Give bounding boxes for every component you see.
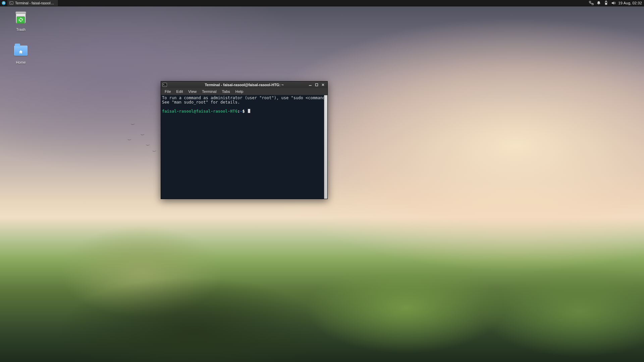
trash-icon <box>14 13 28 26</box>
terminal-scrollbar[interactable] <box>324 95 327 199</box>
decoration-bird: ︶ <box>127 138 132 142</box>
svg-rect-9 <box>163 83 167 87</box>
menu-tabs[interactable]: Tabs <box>219 88 233 95</box>
applications-menu-button[interactable] <box>0 0 7 6</box>
window-minimize-button[interactable] <box>307 82 313 87</box>
terminal-viewport[interactable]: To run a command as administrator (user … <box>161 95 324 199</box>
desktop-wallpaper[interactable]: ︶ ︶ ︶ ︶ ︶ Terminal - faisal-rasool@fais.… <box>0 0 488 274</box>
terminal-window[interactable]: Terminal - faisal-rasool@faisal-rasool-H… <box>161 81 328 199</box>
menu-help[interactable]: Help <box>233 88 246 95</box>
menu-file[interactable]: File <box>162 88 174 95</box>
terminal-cursor <box>248 109 250 113</box>
decoration-bird: ︶ <box>130 122 135 127</box>
decoration-bird: ︶ <box>146 143 150 148</box>
menu-edit[interactable]: Edit <box>174 88 186 95</box>
window-title: Terminal - faisal-rasool@faisal-rasool-H… <box>183 83 305 87</box>
desktop-icon-home[interactable]: Home <box>8 44 34 64</box>
terminal-icon <box>9 1 13 5</box>
window-menubar: File Edit View Terminal Tabs Help <box>161 88 327 95</box>
svg-point-2 <box>4 2 5 3</box>
taskbar-item-label: Terminal - faisal-rasool@fais... <box>15 1 56 5</box>
decoration-bird: ︶ <box>140 133 145 137</box>
svg-rect-3 <box>10 1 13 4</box>
folder-home-icon <box>14 46 28 59</box>
taskbar-item-terminal[interactable]: Terminal - faisal-rasool@fais... <box>7 0 58 6</box>
window-close-button[interactable] <box>320 82 326 87</box>
svg-point-1 <box>3 2 3 3</box>
svg-rect-10 <box>316 84 318 86</box>
decoration-bird: ︶ <box>152 149 157 154</box>
window-titlebar[interactable]: Terminal - faisal-rasool@faisal-rasool-H… <box>161 81 327 88</box>
desktop-icon-label: Home <box>8 60 34 64</box>
desktop-icon-label: Trash <box>8 27 34 32</box>
desktop-icon-trash[interactable]: Trash <box>8 11 34 32</box>
menu-view[interactable]: View <box>185 88 199 95</box>
terminal-motd-line: See "man sudo_root" for details. <box>162 100 240 105</box>
window-maximize-button[interactable] <box>314 82 320 87</box>
terminal-motd-line: To run a command as administrator (user … <box>162 96 324 100</box>
prompt-dollar: $ <box>242 109 245 114</box>
top-panel: Terminal - faisal-rasool@fais... <box>0 0 488 6</box>
prompt-user-host: faisal-rasool@faisal-rasool-HTG <box>162 109 237 114</box>
xfce-logo-icon <box>1 1 6 5</box>
menu-terminal[interactable]: Terminal <box>199 88 219 95</box>
terminal-icon <box>162 82 167 87</box>
